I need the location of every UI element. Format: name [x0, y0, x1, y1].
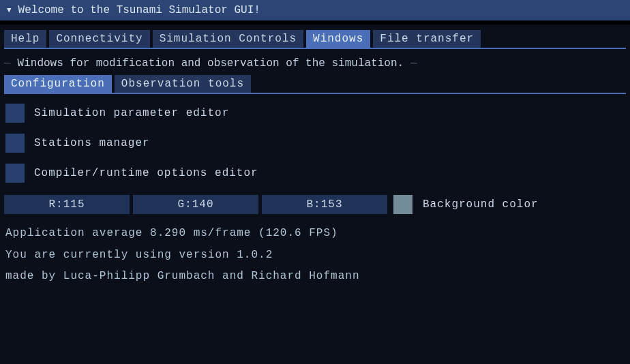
window-content: Help Connectivity Simulation Controls Wi… — [0, 25, 630, 364]
color-b-field[interactable]: B:153 — [262, 195, 387, 214]
separator-right: — — [410, 57, 417, 70]
subtab-configuration[interactable]: Configuration — [4, 75, 112, 93]
checkbox-stations-manager[interactable] — [5, 134, 25, 153]
color-r-field[interactable]: R:115 — [4, 195, 130, 214]
main-window: ▼ Welcome to the Tsunami Simulator GUI! … — [0, 0, 630, 364]
background-color-editor: R:115 G:140 B:153 Background color — [4, 195, 626, 214]
subtab-observation-tools[interactable]: Observation tools — [115, 75, 251, 93]
checkbox-row-stations-manager: Stations manager — [4, 130, 626, 157]
checkbox-simulation-parameter-editor[interactable] — [5, 104, 25, 123]
checkbox-label: Stations manager — [34, 137, 150, 149]
window-title: Welcome to the Tsunami Simulator GUI! — [18, 4, 260, 16]
color-label: Background color — [423, 198, 539, 211]
checkbox-label: Simulation parameter editor — [34, 107, 229, 119]
frame-stats: Application average 8.290 ms/frame (120.… — [5, 225, 625, 243]
main-tabbar: Help Connectivity Simulation Controls Wi… — [4, 30, 626, 49]
checkbox-compiler-options[interactable] — [5, 164, 25, 183]
section-description: Windows for modification and observation… — [18, 57, 404, 70]
tab-help[interactable]: Help — [4, 30, 46, 48]
section-header: — Windows for modification and observati… — [4, 57, 626, 70]
tab-simulation-controls[interactable]: Simulation Controls — [153, 30, 303, 48]
tab-file-transfer[interactable]: File transfer — [373, 30, 481, 48]
credits-text: made by Luca-Philipp Grumbach and Richar… — [5, 268, 625, 286]
color-swatch[interactable] — [393, 195, 412, 214]
tab-windows[interactable]: Windows — [306, 30, 370, 48]
tab-connectivity[interactable]: Connectivity — [49, 30, 149, 48]
checkbox-row-simulation-parameter-editor: Simulation parameter editor — [4, 100, 626, 127]
version-text: You are currently using version 1.0.2 — [5, 247, 625, 264]
titlebar[interactable]: ▼ Welcome to the Tsunami Simulator GUI! — [0, 0, 630, 20]
color-g-field[interactable]: G:140 — [133, 195, 258, 214]
separator-left: — — [4, 57, 11, 70]
checkbox-row-compiler-options: Compiler/runtime options editor — [4, 160, 626, 187]
collapse-icon[interactable]: ▼ — [7, 6, 12, 14]
checkbox-label: Compiler/runtime options editor — [34, 167, 258, 179]
sub-tabbar: Configuration Observation tools — [4, 75, 626, 94]
